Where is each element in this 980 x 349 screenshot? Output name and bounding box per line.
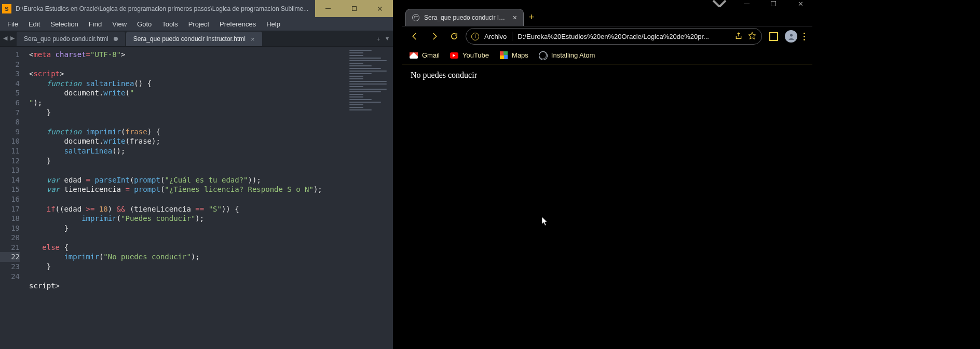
site-info-icon[interactable]: i — [471, 33, 479, 40]
bookmark-star-icon[interactable] — [748, 32, 756, 41]
globe-icon — [412, 14, 419, 21]
sublime-menubar: File Edit Selection Find View Goto Tools… — [0, 17, 393, 31]
chrome-new-tab-button[interactable]: + — [524, 9, 539, 26]
chrome-toolbar-right — [765, 28, 808, 45]
tab-sera-que-puedo-conducir-instructor[interactable]: Sera_que puedo conducir Instructor.html … — [126, 32, 262, 46]
bookmark-gmail[interactable]: Gmail — [410, 51, 440, 60]
bookmark-youtube[interactable]: YouTube — [450, 51, 489, 60]
bookmark-maps[interactable]: Maps — [499, 51, 528, 60]
sublime-editor-body: 1 2 3 4 5 6 7 8 9 10 11 12 13 14 15 16 1… — [0, 47, 393, 349]
bookmarks-bar: Gmail YouTube Maps Installing Atom — [402, 47, 812, 64]
sublime-window-controls: ✕ — [315, 0, 393, 17]
url-scheme: Archivo — [484, 33, 507, 40]
menu-preferences[interactable]: Preferences — [214, 18, 261, 30]
tab-overflow-button[interactable]: ▾ — [386, 35, 389, 44]
url-path: D:/Eureka%20Estudios%20en%20Oracle/Logic… — [518, 33, 729, 40]
chrome-tab-close-icon[interactable]: × — [513, 13, 517, 22]
close-button[interactable]: ✕ — [367, 0, 393, 17]
minimap-content — [349, 50, 390, 112]
reload-button[interactable] — [446, 28, 462, 45]
new-tab-button[interactable]: ＋ — [375, 35, 382, 44]
svg-point-0 — [790, 34, 793, 36]
menu-help[interactable]: Help — [261, 18, 285, 30]
chrome-minimize-button[interactable] — [739, 0, 754, 7]
minimize-button[interactable] — [315, 0, 341, 17]
tab-close-icon[interactable]: × — [251, 35, 255, 43]
sublime-titlebar[interactable]: S D:\Eureka Estudios en Oracle\Logica de… — [0, 0, 393, 17]
chrome-tab-strip: Sera_que puedo conducir Instruc × + — [402, 7, 812, 26]
bookmark-installing-atom[interactable]: Installing Atom — [539, 51, 595, 60]
tab-history-forward[interactable]: ▶ — [9, 34, 16, 42]
window-title-path: D:\Eureka Estudios en Oracle\Logica de p… — [16, 5, 315, 12]
profile-avatar[interactable] — [785, 30, 797, 43]
gmail-icon — [410, 51, 418, 60]
menu-goto[interactable]: Goto — [132, 18, 157, 30]
forward-button[interactable] — [426, 28, 443, 45]
menu-tools[interactable]: Tools — [157, 18, 183, 30]
chrome-window: ✕ Sera_que puedo conducir Instruc × + i … — [402, 0, 812, 349]
sublime-window: S D:\Eureka Estudios en Oracle\Logica de… — [0, 0, 393, 349]
minimap[interactable] — [346, 47, 393, 349]
address-bar[interactable]: i Archivo D:/Eureka%20Estudios%20en%20Or… — [466, 28, 762, 45]
atom-icon — [539, 51, 547, 60]
menu-project[interactable]: Project — [183, 18, 214, 30]
share-icon[interactable] — [734, 32, 743, 41]
youtube-icon — [450, 51, 458, 60]
menu-find[interactable]: Find — [84, 18, 107, 30]
chrome-menu-button[interactable] — [800, 33, 808, 40]
chrome-window-controls: ✕ — [402, 0, 812, 7]
chrome-tab-sera-que-puedo-conducir[interactable]: Sera_que puedo conducir Instruc × — [405, 9, 524, 26]
menu-selection[interactable]: Selection — [45, 18, 83, 30]
tab-label: Sera_que puedo conducir Instructor.html — [133, 35, 246, 43]
maps-icon — [499, 51, 508, 60]
extensions-button[interactable] — [765, 28, 782, 45]
tab-dirty-indicator — [114, 37, 118, 41]
tab-label: Sera_que puedo conducir.html — [24, 35, 108, 43]
chrome-page-content: No puedes conducir — [402, 64, 812, 349]
menu-file[interactable]: File — [2, 18, 23, 30]
chrome-dropdown-icon[interactable] — [712, 0, 727, 7]
code-editor[interactable]: <meta charset="UTF-8"> <script> function… — [25, 47, 346, 349]
back-button[interactable] — [406, 28, 423, 45]
menu-edit[interactable]: Edit — [23, 18, 45, 30]
chrome-maximize-button[interactable] — [766, 0, 781, 7]
chrome-close-button[interactable]: ✕ — [793, 0, 808, 7]
chrome-toolbar: i Archivo D:/Eureka%20Estudios%20en%20Or… — [402, 26, 812, 47]
tab-history-nav: ◀ ▶ — [2, 34, 16, 42]
chrome-tab-title: Sera_que puedo conducir Instruc — [424, 14, 508, 21]
sublime-tab-bar: ◀ ▶ Sera_que puedo conducir.html Sera_qu… — [0, 31, 393, 47]
sublime-app-icon: S — [2, 4, 11, 13]
omnibox-separator — [512, 32, 512, 41]
page-output-text: No puedes conducir — [411, 71, 477, 79]
line-number-gutter[interactable]: 1 2 3 4 5 6 7 8 9 10 11 12 13 14 15 16 1… — [0, 47, 25, 349]
tab-sera-que-puedo-conducir[interactable]: Sera_que puedo conducir.html — [17, 32, 125, 46]
maximize-button[interactable] — [341, 0, 367, 17]
menu-view[interactable]: View — [107, 18, 132, 30]
tab-history-back[interactable]: ◀ — [2, 34, 8, 42]
